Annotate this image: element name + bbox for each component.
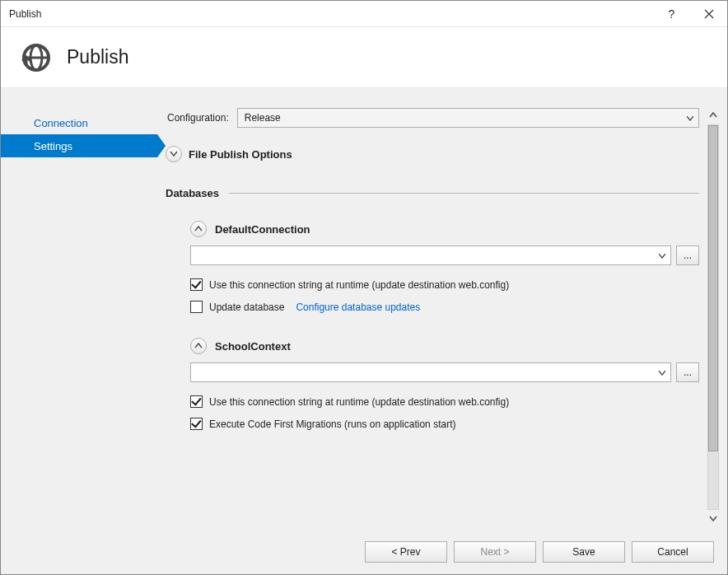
footer: < Prev Next > Save Cancel: [1, 533, 727, 574]
use-connection-runtime-checkbox[interactable]: [190, 395, 203, 408]
database-header: DefaultConnection: [190, 221, 699, 237]
close-button[interactable]: [690, 1, 727, 27]
configuration-row: Configuration: Release: [166, 108, 699, 128]
browse-label: ...: [684, 367, 692, 378]
databases-title: Databases: [166, 187, 219, 199]
execute-migrations-row: Execute Code First Migrations (runs on a…: [190, 418, 699, 430]
vertical-scrollbar[interactable]: [706, 108, 721, 526]
update-database-row: Update database Configure database updat…: [190, 301, 699, 313]
checkbox-label: Use this connection string at runtime (u…: [209, 396, 509, 408]
configure-database-updates-link[interactable]: Configure database updates: [296, 302, 420, 313]
chevron-up-icon: [194, 226, 203, 232]
sidebar: Connection Settings: [1, 108, 166, 526]
save-button[interactable]: Save: [543, 541, 625, 563]
scroll-track[interactable]: [707, 124, 719, 510]
prev-button[interactable]: < Prev: [365, 541, 447, 563]
sidebar-item-label: Settings: [34, 140, 72, 152]
use-connection-runtime-row: Use this connection string at runtime (u…: [190, 395, 699, 408]
sidebar-item-label: Connection: [34, 117, 88, 129]
database-block-schoolcontext: SchoolContext ...: [166, 338, 699, 430]
browse-label: ...: [684, 250, 692, 261]
sidebar-item-connection[interactable]: Connection: [1, 111, 166, 134]
databases-section-header: Databases: [166, 187, 699, 199]
database-expander[interactable]: [190, 338, 207, 354]
browse-button[interactable]: ...: [676, 245, 699, 265]
execute-migrations-checkbox[interactable]: [190, 418, 203, 430]
chevron-down-icon: [659, 367, 665, 378]
file-publish-expander[interactable]: [166, 146, 182, 162]
scroll-up-arrow[interactable]: [709, 108, 717, 123]
checkbox-label: Update database: [209, 302, 284, 313]
header: Publish: [1, 27, 727, 88]
button-label: Save: [572, 546, 595, 558]
use-connection-runtime-row: Use this connection string at runtime (u…: [190, 278, 699, 291]
publish-dialog: Publish ? Publish Connection Settings: [0, 0, 728, 575]
connection-string-select[interactable]: [190, 362, 671, 382]
cancel-button[interactable]: Cancel: [632, 541, 714, 563]
window-title: Publish: [9, 8, 653, 20]
scroll-thumb[interactable]: [708, 125, 718, 451]
connection-string-row: ...: [190, 362, 699, 382]
configuration-value: Release: [245, 112, 281, 124]
body: Connection Settings Configuration: Relea…: [1, 88, 727, 574]
close-icon: [704, 9, 714, 19]
titlebar: Publish ?: [1, 1, 727, 27]
scroll-down-arrow[interactable]: [709, 512, 717, 526]
button-label: < Prev: [391, 546, 420, 558]
configuration-label: Configuration:: [167, 112, 229, 124]
content: Configuration: Release Fil: [166, 108, 721, 526]
database-name: SchoolContext: [215, 340, 291, 353]
chevron-down-icon: [170, 151, 178, 157]
file-publish-section: File Publish Options: [166, 146, 699, 162]
checkbox-label: Execute Code First Migrations (runs on a…: [209, 418, 455, 430]
globe-upload-icon: [21, 42, 52, 73]
database-name: DefaultConnection: [215, 223, 310, 236]
chevron-down-icon: [687, 112, 693, 124]
checkbox-label: Use this connection string at runtime (u…: [209, 279, 509, 291]
settings-panel: Configuration: Release Fil: [166, 108, 706, 526]
chevron-up-icon: [194, 343, 203, 349]
sidebar-item-settings[interactable]: Settings: [1, 134, 157, 157]
database-header: SchoolContext: [190, 338, 699, 354]
use-connection-runtime-checkbox[interactable]: [190, 278, 203, 291]
update-database-checkbox[interactable]: [190, 301, 203, 313]
configuration-select[interactable]: Release: [237, 108, 699, 128]
connection-string-select[interactable]: [190, 245, 671, 265]
file-publish-title: File Publish Options: [189, 148, 292, 161]
database-expander[interactable]: [190, 221, 207, 237]
database-block-defaultconnection: DefaultConnection ...: [166, 221, 699, 313]
connection-string-row: ...: [190, 245, 699, 265]
browse-button[interactable]: ...: [676, 362, 699, 382]
next-button[interactable]: Next >: [454, 541, 536, 563]
chevron-down-icon: [659, 250, 665, 261]
help-button[interactable]: ?: [653, 1, 690, 27]
page-title: Publish: [67, 46, 128, 68]
main: Connection Settings Configuration: Relea…: [1, 88, 727, 533]
button-label: Cancel: [657, 546, 688, 558]
button-label: Next >: [480, 546, 509, 558]
